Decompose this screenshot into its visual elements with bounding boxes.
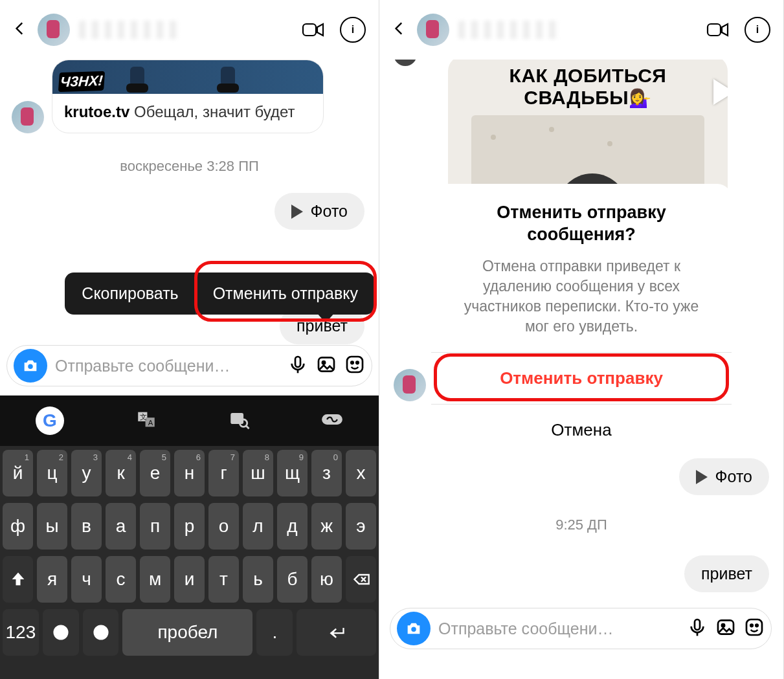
key-м[interactable]: м [140,556,170,603]
camera-button[interactable] [397,612,431,645]
svg-point-19 [94,626,107,640]
period-key[interactable]: . [256,609,293,656]
key-з[interactable]: з0 [311,450,342,496]
gallery-icon[interactable] [715,617,736,640]
key-ь[interactable]: ь [243,556,273,603]
play-icon [713,79,728,105]
image-search-icon[interactable] [228,408,250,433]
contact-avatar[interactable] [417,14,449,46]
on-screen-keyboard: G 文A й1ц2у3к4е5н6г7ш8щ9з0х фывапролджэ я… [0,395,379,679]
message-input[interactable]: Отправьте сообщени… [438,619,679,638]
video-call-icon[interactable] [703,16,732,44]
sender-avatar[interactable] [12,101,44,133]
sent-text-message[interactable]: привет [684,555,769,592]
annotation-highlight [434,353,729,401]
key-ч[interactable]: ч [71,556,102,603]
key-б[interactable]: б [277,556,308,603]
voice-message-icon[interactable] [287,354,308,377]
key-о[interactable]: о [208,503,239,550]
svg-text:A: A [148,419,153,427]
key-щ[interactable]: щ9 [277,450,308,496]
back-button[interactable] [12,20,28,39]
dialog-title: Отменить отправку сообщения? [431,184,732,252]
key-а[interactable]: а [106,503,136,550]
key-ц[interactable]: ц2 [37,450,67,496]
sticker-icon[interactable] [344,354,365,377]
infinity-icon[interactable] [321,408,343,433]
svg-point-28 [722,624,724,627]
shift-key[interactable] [3,556,33,603]
key-н[interactable]: н6 [174,450,205,496]
emoji-key[interactable] [83,609,119,656]
key-ж[interactable]: ж [311,503,342,550]
key-в[interactable]: в [71,503,102,550]
video-call-icon[interactable] [298,16,327,44]
key-ш[interactable]: ш8 [243,450,273,496]
chat-header: i [0,0,379,60]
key-т[interactable]: т [208,556,239,603]
translate-icon[interactable]: 文A [135,408,157,433]
key-р[interactable]: р [174,503,205,550]
key-э[interactable]: э [346,503,376,550]
shared-post-thumbnail: Ч3НХ! [52,60,323,94]
contact-name-blurred [458,21,562,39]
svg-rect-22 [708,24,721,36]
voice-message-icon[interactable] [687,617,708,640]
key-г[interactable]: г7 [208,450,239,496]
key-е[interactable]: е5 [140,450,170,496]
svg-rect-3 [295,357,300,367]
info-icon[interactable]: i [339,16,367,44]
contact-name-blurred [79,21,183,39]
sent-photo-message[interactable]: Фото [274,193,364,230]
chat-timestamp: воскресенье 3:28 ПП [0,158,379,175]
shared-post-badge: Ч3НХ! [58,71,105,92]
annotation-highlight [194,261,377,322]
reel-title: КАК ДОБИТЬСЯ СВАДЬБЫ💁‍♀️ [448,56,728,113]
shared-post-author: krutoe.tv [64,103,129,120]
key-с[interactable]: с [106,556,136,603]
key-я[interactable]: я [37,556,67,603]
key-ы[interactable]: ы [37,503,67,550]
svg-rect-7 [347,357,363,372]
photo-label: Фото [311,202,348,221]
sender-avatar[interactable] [394,369,426,401]
svg-text:文: 文 [140,413,147,421]
key-л[interactable]: л [243,503,273,550]
dialog-cancel-button[interactable]: Отмена [431,404,732,456]
back-button[interactable] [391,20,408,39]
key-ю[interactable]: ю [311,556,342,603]
key-й[interactable]: й1 [3,450,33,496]
svg-point-20 [98,630,99,632]
gallery-icon[interactable] [316,354,337,377]
message-input-bar: Отправьте сообщени… [6,345,372,386]
space-key[interactable]: пробел [122,609,252,656]
key-у[interactable]: у3 [71,450,102,496]
globe-key[interactable] [43,609,79,656]
camera-button[interactable] [14,349,47,383]
svg-point-8 [351,362,353,364]
contact-avatar[interactable] [38,14,70,46]
left-screenshot: i Ч3НХ! krutoe.tv Обещал, значит будет в… [0,0,379,679]
message-input[interactable]: Отправьте сообщени… [55,357,280,375]
key-х[interactable]: х [346,450,376,496]
svg-point-30 [750,625,752,627]
numeric-key[interactable]: 123 [3,609,39,656]
key-к[interactable]: к4 [106,450,136,496]
key-п[interactable]: п [140,503,170,550]
key-д[interactable]: д [277,503,308,550]
shared-post-card[interactable]: Ч3НХ! krutoe.tv Обещал, значит будет [52,60,324,133]
svg-point-2 [28,364,32,368]
sent-photo-message[interactable]: Фото [679,458,769,495]
context-copy[interactable]: Скопировать [65,273,195,315]
info-icon[interactable]: i [743,16,772,44]
svg-rect-12 [231,413,244,424]
svg-point-9 [356,362,358,364]
enter-key[interactable] [297,609,376,656]
photo-label: Фото [715,467,752,486]
google-icon[interactable]: G [36,406,64,435]
dialog-body: Отмена отправки приведет к удалению сооб… [431,252,732,352]
key-ф[interactable]: ф [3,503,33,550]
backspace-key[interactable] [346,556,376,603]
sticker-icon[interactable] [744,617,765,640]
key-и[interactable]: и [174,556,205,603]
